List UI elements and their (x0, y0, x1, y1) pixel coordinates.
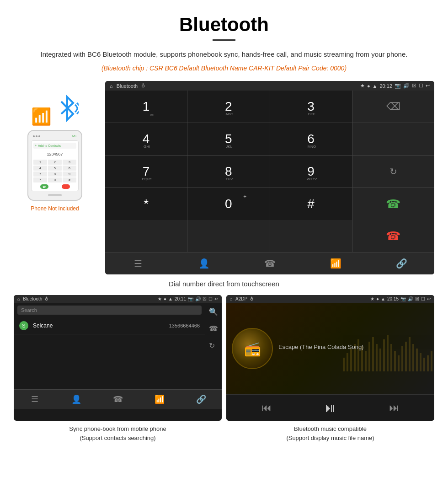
key-empty-5 (105, 220, 187, 252)
contact-avatar: S (19, 321, 28, 330)
music-track-name: Escape (The Pina Colada Song) (278, 343, 429, 350)
dialer-statusbar: ⌂ Bluetooth ♁ ★ ● ▲ 20:12 📷 🔊 ☒ ☐ ↩ (105, 81, 434, 91)
key-empty-6 (187, 220, 269, 252)
key-7[interactable]: 7 PQRS (105, 156, 187, 188)
key-backspace[interactable]: ⌫ (352, 91, 434, 123)
signal-icon: ▲ (373, 83, 378, 89)
music-track-info: Escape (The Pina Colada Song) (278, 343, 429, 354)
svg-rect-8 (372, 337, 374, 371)
key-0[interactable]: 0 + (187, 188, 269, 220)
pb-app-name: Bluetooth (23, 296, 42, 301)
key-end-call[interactable]: ☎ (352, 220, 434, 252)
music-vol-icon: 🔊 (408, 296, 413, 301)
pb-nav-contacts[interactable]: 👤 (55, 390, 97, 409)
phone-home-button (48, 194, 62, 196)
side-search-icon[interactable]: 🔍 (209, 307, 218, 316)
play-pause-button[interactable]: ⏯ (324, 400, 336, 415)
music-statusbar: ⌂ A2DP ♁ ★ ● ▲ 20:15 📷 🔊 ☒ ☐ ↩ (226, 295, 434, 303)
pb-x-icon: ☒ (203, 296, 207, 301)
side-refresh-icon[interactable]: ↻ (209, 341, 218, 350)
dialer-navbar: ☰ 👤 ☎ 📶 🔗 (105, 252, 434, 274)
svg-rect-0 (343, 358, 345, 371)
side-call-icon[interactable]: ☎ (209, 324, 218, 333)
music-win-icon: ☐ (421, 296, 425, 301)
pb-nav-bt[interactable]: 📶 (139, 390, 180, 409)
statusbar-left: ⌂ Bluetooth ♁ (110, 83, 145, 89)
key-2[interactable]: 2 ABC (187, 91, 269, 123)
music-usb-icon: ♁ (250, 296, 253, 301)
key-9[interactable]: 9 WXYZ (270, 156, 352, 188)
music-loc-icon: ● (376, 296, 379, 301)
phone-keypad: 123 456 789 *0# (33, 160, 76, 182)
header-description: Integrated with BC6 Bluetooth module, su… (27, 49, 421, 60)
title-divider (213, 39, 235, 41)
key-8[interactable]: 8 TUV (187, 156, 269, 188)
key-6[interactable]: 6 MNO (270, 123, 352, 155)
dialer-app-name: Bluetooth (117, 83, 138, 89)
phone-mockup: M+ +Add to Contacts 1234567 123 456 789 … (27, 130, 82, 201)
pb-statusbar: ⌂ Bluetooth ♁ ★ ● ▲ 20:11 📷 🔊 ☒ ☐ ↩ (14, 295, 222, 303)
album-art: 📻 (232, 328, 273, 369)
music-bt-icon: ★ (370, 296, 374, 301)
key-4[interactable]: 4 GHI (105, 123, 187, 155)
phone-end-button (62, 184, 70, 189)
pb-nav-link[interactable]: 🔗 (180, 390, 222, 409)
next-track-button[interactable]: ⏭ (389, 402, 399, 414)
contact-number: 13566664466 (169, 323, 200, 328)
bluetooth-icon: 📶 (31, 107, 52, 126)
pb-time: 20:11 (175, 296, 186, 301)
key-5[interactable]: 5 JKL (187, 123, 269, 155)
statusbar-right: ★ ● ▲ 20:12 📷 🔊 ☒ ☐ ↩ (360, 83, 430, 89)
pb-nav-phone[interactable]: ☎ (97, 390, 139, 409)
prev-track-button[interactable]: ⏮ (261, 402, 272, 414)
pb-empty-area (14, 334, 205, 389)
pb-bt-icon: ★ (158, 296, 162, 301)
music-content-area: 📻 Escape (The Pina Colada Song) (226, 303, 434, 394)
key-star[interactable]: * (105, 188, 187, 220)
volume-icon: 🔊 (403, 83, 410, 89)
music-time: 20:15 (387, 296, 399, 301)
nav-contacts[interactable]: 👤 (171, 252, 237, 274)
dialer-caption: Dial number direct from touchscreen (0, 274, 448, 295)
pb-vol-icon: 🔊 (195, 296, 201, 301)
key-hash[interactable]: # (270, 188, 352, 220)
header-specs: (Bluetooth chip : CSR BC6 Default Blueto… (27, 64, 421, 72)
pb-search-field[interactable]: Search (17, 306, 202, 315)
phone-add-contact: +Add to Contacts (33, 143, 76, 149)
bt-status-icon: ★ (360, 83, 365, 89)
music-caption: Bluetooth music compatible (Support disp… (226, 421, 434, 444)
phonebook-item: ⌂ Bluetooth ♁ ★ ● ▲ 20:11 📷 🔊 ☒ ☐ ↩ (14, 295, 222, 444)
pb-loc-icon: ● (164, 296, 166, 301)
phone-call-button: ☎ (40, 184, 48, 189)
nav-phone[interactable]: ☎ (237, 252, 303, 274)
svg-rect-14 (394, 351, 396, 371)
pb-win-icon: ☐ (208, 296, 213, 301)
svg-rect-22 (423, 358, 425, 371)
nav-link[interactable]: 🔗 (368, 252, 434, 274)
pb-usb-icon: ♁ (45, 296, 48, 301)
dialer-screen: ⌂ Bluetooth ♁ ★ ● ▲ 20:12 📷 🔊 ☒ ☐ ↩ 1 ✉ (105, 81, 434, 274)
pb-nav-grid[interactable]: ☰ (14, 390, 55, 409)
album-bt-icon: 📻 (244, 341, 261, 357)
svg-rect-6 (365, 351, 367, 371)
pb-search-placeholder: Search (21, 307, 37, 313)
nav-bluetooth[interactable]: 📶 (303, 252, 368, 274)
key-call-green[interactable]: ☎ (352, 188, 434, 220)
svg-rect-18 (409, 337, 411, 371)
music-home-icon: ⌂ (230, 296, 233, 301)
pb-content-area: Search S Seicane 13566664466 🔍 ☎ (14, 303, 222, 389)
header-section: Bluetooth Integrated with BC6 Bluetooth … (0, 0, 448, 76)
nav-grid[interactable]: ☰ (105, 252, 171, 274)
key-refresh[interactable]: ↻ (352, 156, 434, 188)
phone-dots (33, 135, 40, 137)
window-icon: ☐ (419, 83, 423, 89)
music-back-icon: ↩ (427, 296, 431, 301)
time-display: 20:12 (379, 83, 392, 89)
svg-rect-21 (420, 353, 421, 371)
key-3[interactable]: 3 DEF (270, 91, 352, 123)
bottom-row: ⌂ Bluetooth ♁ ★ ● ▲ 20:11 📷 🔊 ☒ ☐ ↩ (0, 295, 448, 444)
svg-rect-24 (431, 351, 432, 371)
phone-top-bar: M+ (31, 134, 79, 138)
key-1[interactable]: 1 ✉ (105, 91, 187, 123)
music-app-name: A2DP (235, 296, 247, 301)
